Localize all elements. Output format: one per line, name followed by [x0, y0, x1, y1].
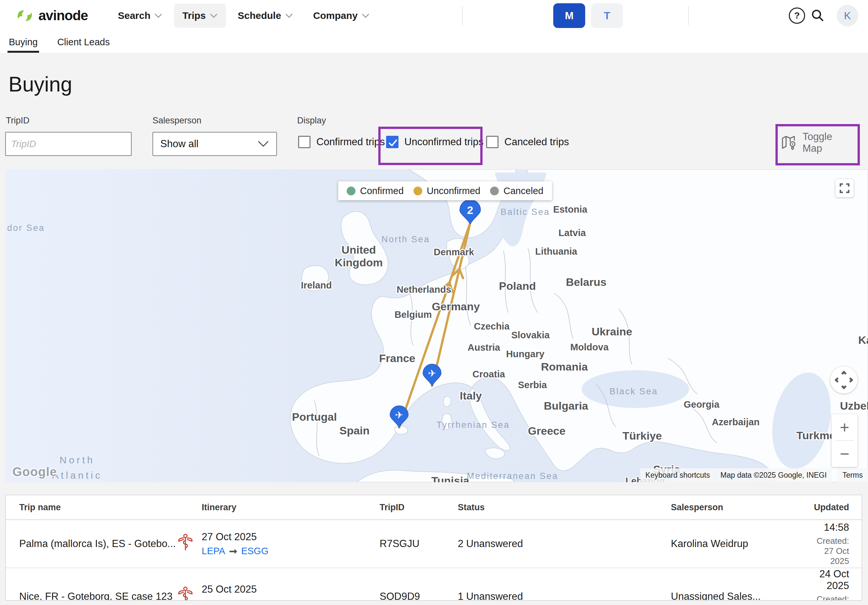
col-trip-name: Trip name: [19, 503, 202, 512]
trip-id: R7SGJU: [380, 538, 458, 550]
map-label: Black Sea: [610, 387, 658, 397]
map-label: Spain: [339, 424, 370, 437]
map-label: Germany: [432, 300, 480, 313]
table-header-row: Trip name Itinerary TripID Status Salesp…: [6, 495, 862, 520]
chevron-down-icon: [362, 13, 369, 18]
map-label: Azerbaijan: [712, 417, 760, 427]
table-row[interactable]: Palma (mallorca Is), ES - Gotebo... 27 O…: [6, 520, 862, 568]
map-label: Lithuania: [535, 246, 577, 257]
map-label: Serbia: [518, 380, 547, 390]
col-updated: Updated: [808, 503, 849, 512]
search-icon: [811, 8, 825, 23]
divider: [462, 6, 463, 25]
salesperson-select[interactable]: Show all: [152, 132, 277, 156]
salesperson-label: Salesperson: [152, 116, 202, 126]
map-base-art: 2 ✈ ✈: [5, 169, 868, 482]
nav-item-search[interactable]: Search: [110, 3, 171, 28]
terms-link[interactable]: Terms: [837, 468, 868, 482]
map-label: Ka: [858, 334, 868, 347]
display-label: Display: [297, 116, 326, 126]
checkbox-box: [486, 136, 499, 148]
trip-status: 2 Unanswered: [458, 538, 671, 550]
zoom-out-button[interactable]: −: [831, 441, 857, 467]
map-label: United Kingdom: [335, 244, 383, 269]
display-checkbox-group: Confirmed trips Unconfirmed trips Cancel…: [298, 136, 569, 148]
checkbox-unconfirmed-trips[interactable]: Unconfirmed trips: [386, 136, 486, 148]
salesperson-value: Show all: [160, 138, 198, 150]
map-label: dor Sea: [7, 223, 45, 233]
map-label: Türkiye: [623, 430, 662, 442]
checkbox-box: [298, 136, 310, 148]
map-label: Austria: [468, 342, 500, 353]
marketplace-toggle-button[interactable]: M: [553, 3, 585, 28]
tripid-input[interactable]: [5, 132, 132, 156]
itinerary-date: 25 Oct 2025: [202, 583, 380, 595]
map-data-text: Map data ©2025 Google, INEGI: [715, 468, 832, 482]
route-arrow-icon: ➞: [229, 545, 237, 557]
legend-item-confirmed: Confirmed: [347, 186, 404, 197]
trust-toggle-button[interactable]: T: [591, 3, 623, 28]
map-label: Denmark: [434, 247, 474, 258]
help-button[interactable]: ?: [787, 5, 808, 26]
route-arrow-icon: ➞: [231, 598, 239, 601]
nav-item-company[interactable]: Company: [305, 3, 378, 28]
itinerary-cell: 25 Oct 2025 LFMN ➞ ESGG: [202, 583, 380, 601]
map-label: Bulgaria: [544, 399, 588, 412]
confirmed-dot-icon: [347, 187, 355, 195]
airport-link-to[interactable]: ESGG: [243, 598, 271, 601]
fullscreen-button[interactable]: [835, 179, 854, 197]
map-label: Georgia: [684, 399, 719, 410]
tab-client-leads[interactable]: Client Leads: [56, 32, 111, 52]
caduceus-icon: [178, 533, 193, 552]
map-canvas[interactable]: 2 ✈ ✈ EstoniaLatviaLithuaniaBaltic SeaNo…: [5, 169, 868, 482]
map-legend: Confirmed Unconfirmed Canceled: [338, 181, 552, 200]
table-row[interactable]: Nice, FR - Goteborg, SE case 123 25 Oct …: [6, 568, 862, 601]
toggle-map-button[interactable]: Toggle Map: [781, 130, 850, 156]
updated-time: 24 Oct 2025: [808, 568, 849, 592]
nav-item-schedule[interactable]: Schedule: [229, 3, 301, 28]
user-avatar[interactable]: K: [837, 5, 858, 26]
map-label: Moldova: [570, 342, 609, 353]
trip-salesperson: Karolina Weidrup: [671, 538, 808, 550]
airport-link-to[interactable]: ESGG: [241, 546, 268, 557]
itinerary-date: 27 Oct 2025: [202, 531, 380, 543]
avinode-logo-icon: [16, 8, 34, 23]
avinode-logo[interactable]: avinode: [16, 8, 88, 23]
map-label: North Sea: [381, 234, 430, 244]
pan-control[interactable]: [830, 366, 857, 394]
tab-buying[interactable]: Buying: [8, 32, 39, 52]
chevron-down-icon: [285, 13, 293, 18]
col-tripid: TripID: [380, 503, 458, 512]
checkbox-canceled-trips[interactable]: Canceled trips: [486, 136, 569, 148]
airplane-icon: ✈: [428, 368, 436, 379]
checkbox-label: Unconfirmed trips: [405, 136, 484, 148]
map-label: Ukraine: [592, 325, 632, 338]
search-button[interactable]: [808, 5, 828, 26]
legend-label: Confirmed: [360, 186, 404, 197]
canceled-dot-icon: [490, 187, 499, 195]
map-label: Slovakia: [511, 330, 550, 340]
medical-trip-cell: [178, 533, 202, 554]
map-label: Poland: [499, 280, 536, 292]
checkbox-confirmed-trips[interactable]: Confirmed trips: [298, 136, 386, 148]
map-label: Italy: [460, 390, 482, 402]
tripid-label: TripID: [6, 116, 29, 126]
airport-link-from[interactable]: LEPA: [202, 546, 225, 557]
chevron-down-icon: [257, 141, 269, 147]
caduceus-icon: [178, 586, 193, 601]
google-logo[interactable]: Google: [12, 465, 57, 479]
nav-item-label: Search: [118, 10, 150, 21]
zoom-in-button[interactable]: +: [831, 414, 857, 440]
unconfirmed-dot-icon: [414, 187, 422, 195]
map-label: Ireland: [301, 280, 332, 291]
trip-name: Nice, FR - Goteborg, SE case 123: [19, 591, 178, 601]
col-itinerary: Itinerary: [202, 503, 380, 512]
chevron-down-icon: [155, 13, 162, 18]
nav-item-trips[interactable]: Trips: [174, 3, 226, 28]
airport-link-from[interactable]: LFMN: [202, 598, 228, 601]
help-icon: ?: [789, 8, 805, 24]
map-label: Portugal: [292, 411, 337, 423]
keyboard-shortcuts-link[interactable]: Keyboard shortcuts: [640, 468, 715, 482]
medical-trip-cell: [178, 586, 202, 601]
col-salesperson: Salesperson: [671, 503, 808, 512]
